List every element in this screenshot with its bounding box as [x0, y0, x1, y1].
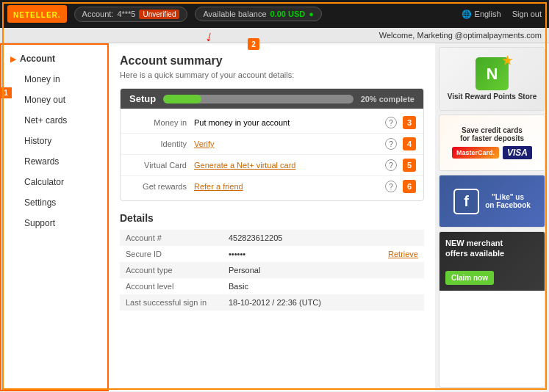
- rewards-star-icon: ★: [502, 54, 512, 68]
- annotation-badge-2: 2: [248, 38, 259, 50]
- details-value-secure-id: •••••• Retrieve: [223, 246, 424, 262]
- account-label: Account:: [82, 10, 114, 18]
- table-row: Account level Basic: [120, 278, 424, 294]
- sidebar-item-label: Money out: [24, 95, 65, 105]
- arrow-icon: ▶: [10, 55, 16, 63]
- ad-facebook[interactable]: f "Like" uson Facebook: [439, 175, 545, 228]
- rewards-logo: N ★: [476, 57, 509, 90]
- ad-facebook-content: f "Like" uson Facebook: [439, 175, 545, 227]
- ad-merchant[interactable]: NEW merchantoffers available Claim now: [439, 231, 545, 388]
- sidebar-item-label: Support: [24, 218, 55, 228]
- sidebar-item-support[interactable]: Support: [1, 213, 107, 233]
- account-number: 4***5: [117, 10, 135, 18]
- step-label-money-in: Money in: [128, 118, 194, 127]
- setup-row-identity: Identity Verify ? 4: [121, 134, 423, 155]
- sidebar-item-calculator[interactable]: Calculator: [1, 172, 107, 192]
- facebook-text: "Like" uson Facebook: [485, 193, 531, 209]
- ad-cards-text: Save credit cardsfor faster deposits: [460, 126, 524, 142]
- setup-row-rewards: Get rewards Refer a friend ? 6: [121, 176, 423, 197]
- step-action-rewards[interactable]: Refer a friend: [194, 182, 379, 191]
- ad-rewards[interactable]: N ★ Visit Reward Points Store: [439, 47, 545, 111]
- logo-dot: .: [58, 11, 61, 19]
- step-action-money-in: Put money in your account: [194, 118, 379, 127]
- ad-credit-cards[interactable]: Save credit cardsfor faster deposits Mas…: [439, 115, 545, 171]
- step-help-identity[interactable]: ?: [385, 138, 397, 150]
- details-label-account-type: Account type: [120, 262, 223, 278]
- details-value-account-type: Personal: [223, 262, 424, 278]
- setup-row-virtual-card: Virtual Card Generate a Net+ virtual car…: [121, 155, 423, 176]
- sidebar-item-label: Calculator: [24, 177, 64, 187]
- setup-row-money-in: Money in Put money in your account ? 3: [121, 112, 423, 134]
- header-right: 🌐 English Sign out: [462, 10, 542, 19]
- claim-now-button[interactable]: Claim now: [445, 271, 494, 285]
- step-label-rewards: Get rewards: [128, 182, 194, 191]
- language-button[interactable]: 🌐 English: [462, 10, 501, 19]
- progress-bar-inner: [163, 95, 201, 104]
- logo: NETELLER.: [7, 5, 67, 23]
- step-label-virtual-card: Virtual Card: [128, 161, 194, 170]
- visa-logo: VISA: [503, 146, 532, 159]
- card-logos: MasterCard. VISA: [452, 146, 532, 159]
- facebook-icon: f: [453, 189, 479, 214]
- step-action-virtual-card[interactable]: Generate a Net+ virtual card: [194, 161, 379, 170]
- balance-pill: Available balance 0.00 USD ●: [195, 7, 321, 21]
- signout-button[interactable]: Sign out: [512, 10, 542, 18]
- sidebar: ▶ Account Money in Money out Net+ cards …: [0, 43, 109, 391]
- progress-text: 20% complete: [361, 95, 415, 104]
- details-table: Account # 452823612205 Secure ID •••••• …: [120, 230, 424, 311]
- ad-merchant-content: NEW merchantoffers available Claim now: [439, 232, 545, 291]
- mastercard-logo: MasterCard.: [452, 147, 499, 159]
- page-title: Account summary: [120, 54, 424, 68]
- retrieve-link[interactable]: Retrieve: [388, 250, 418, 258]
- ad-rewards-content: N ★ Visit Reward Points Store: [439, 48, 545, 110]
- sidebar-item-money-out[interactable]: Money out: [1, 90, 107, 110]
- table-row: Last successful sign in 18-10-2012 / 22:…: [120, 294, 424, 311]
- header: NETELLER. Account: 4***5 Unverified Avai…: [0, 0, 549, 28]
- sidebar-item-label: Account: [20, 54, 55, 64]
- sidebar-item-label: Money in: [24, 74, 60, 84]
- page-subtitle: Here is a quick summary of your account …: [120, 70, 424, 79]
- balance-amount: 0.00 USD: [270, 10, 306, 18]
- signout-label: Sign out: [512, 10, 542, 18]
- welcome-text: Welcome, Marketing: [379, 31, 453, 40]
- language-label: English: [475, 10, 501, 18]
- sidebar-item-account[interactable]: ▶ Account: [1, 48, 107, 69]
- sidebar-item-label: Settings: [24, 197, 56, 208]
- step-label-identity: Identity: [128, 139, 194, 148]
- page-wrapper: NETELLER. Account: 4***5 Unverified Avai…: [0, 0, 549, 392]
- step-badge-6: 6: [403, 180, 416, 193]
- sidebar-item-net-cards[interactable]: Net+ cards: [1, 110, 107, 131]
- sidebar-item-history[interactable]: History: [1, 131, 107, 151]
- step-help-money-in[interactable]: ?: [385, 117, 397, 128]
- sidebar-item-label: Rewards: [24, 156, 59, 167]
- details-label-account: Account #: [120, 230, 223, 246]
- ads-column: N ★ Visit Reward Points Store Save credi…: [435, 43, 549, 391]
- welcome-email: @optimalpayments.com: [455, 31, 542, 40]
- step-help-rewards[interactable]: ?: [385, 181, 397, 192]
- sidebar-item-label: History: [24, 136, 51, 146]
- details-value-account-level: Basic: [223, 278, 424, 294]
- progress-bar-outer: [163, 95, 354, 104]
- details-label-last-signin: Last successful sign in: [120, 294, 223, 311]
- step-help-virtual-card[interactable]: ?: [385, 159, 397, 171]
- details-value-last-signin: 18-10-2012 / 22:36 (UTC): [223, 294, 424, 311]
- ad-cards-content: Save credit cardsfor faster deposits Mas…: [439, 115, 545, 170]
- sidebar-item-settings[interactable]: Settings: [1, 192, 107, 213]
- table-row: Account # 452823612205: [120, 230, 424, 246]
- merchant-text: NEW merchantoffers available: [445, 238, 539, 259]
- step-action-identity[interactable]: Verify: [194, 139, 379, 148]
- step-badge-4: 4: [403, 137, 416, 150]
- annotation-badge-1: 1: [0, 87, 12, 98]
- ad-rewards-text: Visit Reward Points Store: [448, 92, 537, 101]
- sidebar-item-rewards[interactable]: Rewards: [1, 151, 107, 172]
- account-pill[interactable]: Account: 4***5 Unverified: [74, 7, 188, 22]
- setup-rows: Money in Put money in your account ? 3 I…: [121, 109, 423, 200]
- balance-dot: ●: [309, 10, 314, 18]
- globe-icon: 🌐: [462, 10, 472, 19]
- logo-text: NETELLER: [13, 11, 58, 19]
- table-row: Secure ID •••••• Retrieve: [120, 246, 424, 262]
- details-label-account-level: Account level: [120, 278, 223, 294]
- sidebar-item-money-in[interactable]: Money in: [1, 69, 107, 90]
- details-title: Details: [120, 212, 424, 224]
- details-label-secure-id: Secure ID: [120, 246, 223, 262]
